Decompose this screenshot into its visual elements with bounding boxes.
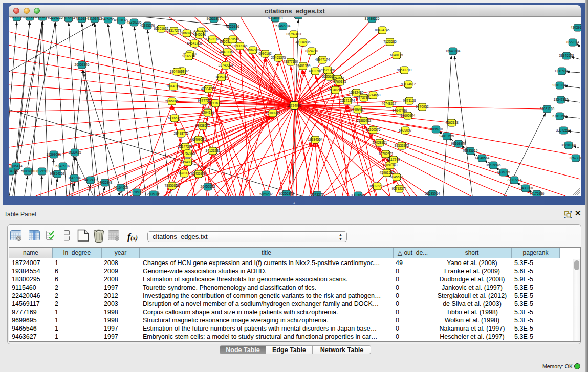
svg-text:1838425: 1838425 [68,150,81,154]
svg-text:78856855: 78856855 [165,184,180,187]
svg-text:19384554: 19384554 [308,138,323,141]
svg-text:3542784: 3542784 [68,176,81,180]
svg-text:08835615: 08835615 [463,149,478,152]
svg-text:81489325: 81489325 [365,17,380,20]
svg-text:51462704: 51462704 [276,24,291,28]
svg-text:13171274: 13171274 [340,99,355,102]
svg-text:3267736: 3267736 [569,156,581,160]
svg-text:f(x): f(x) [127,232,138,242]
svg-text:3678377: 3678377 [178,171,191,175]
svg-text:20465375: 20465375 [271,56,286,59]
svg-text:93792374: 93792374 [392,187,407,190]
svg-text:40084271: 40084271 [201,87,216,91]
svg-text:5045562: 5045562 [390,175,403,179]
svg-text:29671756: 29671756 [320,68,335,72]
svg-text:04499727: 04499727 [351,107,365,111]
svg-text:5009788: 5009788 [21,169,34,173]
svg-text:10932480: 10932480 [349,91,364,94]
svg-text:96532871: 96532871 [207,17,222,20]
svg-text:44935348: 44935348 [98,181,113,184]
svg-text:4711671: 4711671 [209,101,222,105]
svg-text:98169340: 98169340 [451,142,466,145]
svg-text:36629946: 36629946 [486,163,501,167]
svg-text:34123281: 34123281 [206,149,221,152]
svg-text:5865185: 5865185 [165,99,179,103]
svg-text:7816184: 7816184 [75,17,89,20]
svg-text:8412411: 8412411 [84,178,97,182]
svg-text:14846564: 14846564 [475,156,490,160]
svg-text:97848018: 97848018 [268,17,283,20]
svg-text:93174612: 93174612 [401,82,416,86]
svg-text:20450533: 20450533 [201,185,215,188]
svg-text:94019655: 94019655 [440,134,454,138]
svg-text:19399091: 19399091 [47,152,61,156]
svg-text:20053346: 20053346 [75,63,90,67]
svg-text:79868727: 79868727 [180,31,194,35]
svg-text:47134936: 47134936 [296,40,311,44]
svg-text:99854353: 99854353 [50,172,65,176]
svg-text:88424745: 88424745 [375,28,390,32]
svg-text:9670546: 9670546 [226,37,239,41]
svg-text:39533942: 39533942 [395,144,409,147]
svg-text:18724007: 18724007 [287,104,302,107]
svg-text:6475255: 6475255 [101,17,115,21]
svg-text:18347382: 18347382 [554,98,569,101]
svg-text:6117240: 6117240 [387,158,400,161]
svg-text:4436995: 4436995 [497,170,510,174]
svg-text:5869232: 5869232 [259,192,273,196]
svg-text:44431351: 44431351 [220,50,235,54]
svg-text:06797403: 06797403 [287,32,301,36]
svg-text:28498776: 28498776 [174,132,189,135]
svg-text:62475107: 62475107 [56,164,71,168]
svg-text:45961586: 45961586 [380,171,395,174]
svg-text:8760385: 8760385 [333,80,346,83]
svg-text:23623166: 23623166 [205,37,220,41]
svg-text:06562729: 06562729 [246,48,260,52]
svg-text:88095701: 88095701 [429,127,444,131]
svg-text:70348247: 70348247 [328,88,343,92]
svg-text:87234309: 87234309 [9,169,18,173]
svg-text:6409097: 6409097 [399,128,412,132]
svg-text:13695944: 13695944 [401,114,416,117]
svg-text:41395376: 41395376 [140,24,155,27]
svg-text:2294131: 2294131 [201,111,214,114]
svg-text:40748217: 40748217 [382,102,397,105]
svg-text:1226916: 1226916 [226,25,239,28]
svg-text:67010651: 67010651 [553,114,568,118]
svg-text:55886753: 55886753 [357,119,372,122]
svg-text:40164005: 40164005 [114,186,128,189]
svg-text:33749894: 33749894 [219,63,233,67]
svg-text:6716572: 6716572 [168,116,181,120]
svg-text:15300215: 15300215 [266,111,280,115]
svg-text:78091343: 78091343 [383,163,398,167]
svg-text:19049663: 19049663 [170,70,185,73]
svg-text:08121913: 08121913 [35,169,50,173]
svg-text:48877190: 48877190 [284,60,298,63]
svg-text:33036541: 33036541 [351,193,366,196]
svg-text:98214658: 98214658 [366,93,381,97]
svg-text:93103413: 93103413 [88,17,102,20]
svg-text:4562328: 4562328 [445,121,459,124]
svg-text:2805982: 2805982 [147,192,160,196]
svg-text:0470952: 0470952 [416,105,429,108]
svg-text:18702621: 18702621 [379,152,394,156]
svg-text:9314919: 9314919 [167,84,180,88]
svg-text:13315098: 13315098 [555,69,570,73]
svg-text:7123685: 7123685 [383,40,397,43]
svg-text:13433200: 13433200 [518,186,533,190]
svg-text:79176936: 79176936 [530,192,545,195]
svg-text:33872624: 33872624 [556,128,571,132]
svg-text:0471138: 0471138 [403,99,416,102]
svg-text:9232719: 9232719 [182,54,195,58]
svg-text:31781080: 31781080 [561,143,576,147]
svg-text:3435240: 3435240 [215,75,228,79]
svg-text:96513709: 96513709 [397,68,412,72]
svg-text:64641708: 64641708 [187,41,202,45]
svg-text:96499091: 96499091 [191,138,206,141]
svg-text:4345581: 4345581 [193,33,206,36]
svg-text:16648784: 16648784 [446,49,461,53]
svg-text:86922219: 86922219 [370,184,385,188]
svg-text:94647436: 94647436 [393,108,407,112]
svg-text:50752735: 50752735 [181,151,195,155]
svg-text:43039117: 43039117 [571,26,581,29]
